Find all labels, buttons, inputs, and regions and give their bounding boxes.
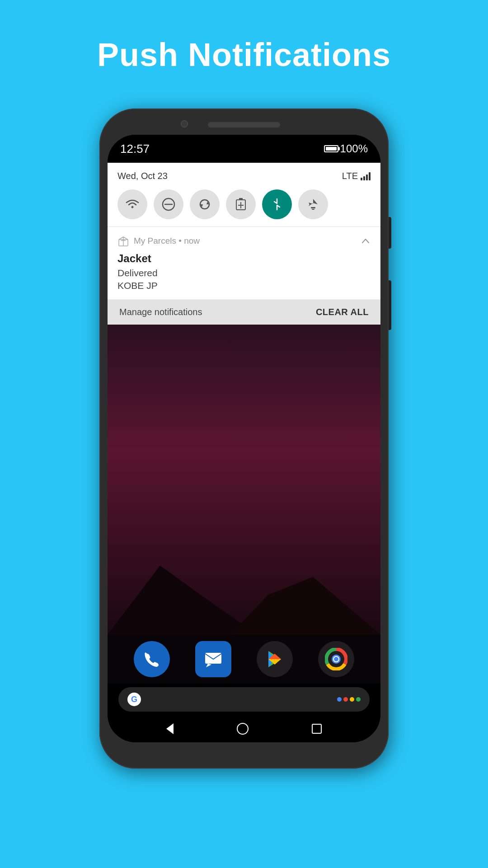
- notification-footer: Manage notifications CLEAR ALL: [108, 300, 380, 325]
- quick-settings-panel: Wed, Oct 23 LTE: [108, 163, 380, 226]
- clear-all-button[interactable]: CLEAR ALL: [316, 307, 369, 317]
- quick-settings-date: Wed, Oct 23: [117, 171, 168, 181]
- dnd-icon: [161, 197, 176, 212]
- messages-app-icon: [203, 649, 223, 669]
- status-bar: 12:57 100%: [108, 135, 380, 163]
- parcels-app-icon: [117, 235, 129, 247]
- data-toggle[interactable]: [262, 189, 292, 219]
- notification-expand-icon[interactable]: [361, 236, 371, 246]
- google-search-bar[interactable]: G: [118, 687, 370, 712]
- google-assistant-icon: [337, 697, 361, 702]
- volume-button[interactable]: [389, 217, 391, 249]
- wifi-toggle[interactable]: [117, 189, 147, 219]
- notification-location: KOBE JP: [117, 280, 371, 291]
- svg-rect-6: [311, 207, 315, 208]
- navbar-home-button[interactable]: [237, 723, 249, 735]
- dock-chrome-app[interactable]: [318, 641, 354, 677]
- mountain-right: [230, 562, 380, 635]
- notification-status: Delivered: [117, 268, 371, 278]
- status-time: 12:57: [120, 142, 150, 156]
- power-button[interactable]: [389, 280, 391, 330]
- dock-phone-app[interactable]: [134, 641, 170, 677]
- notification-card[interactable]: My Parcels • now Jacket Delivered KOBE J…: [108, 227, 380, 300]
- google-g-icon: G: [127, 693, 141, 706]
- front-camera: [181, 120, 188, 127]
- mountain-left: [108, 553, 258, 635]
- battery-saver-toggle[interactable]: [226, 189, 256, 219]
- sync-icon: [197, 197, 212, 212]
- chrome-icon: [325, 648, 347, 670]
- status-right: 100%: [324, 142, 368, 155]
- phone-navbar: [108, 715, 380, 742]
- battery-saver-icon: [235, 197, 247, 212]
- battery-icon: 100%: [324, 142, 368, 155]
- airplane-icon: [306, 197, 320, 212]
- wallpaper-area: [108, 325, 380, 635]
- page-title: Push Notifications: [0, 0, 488, 100]
- phone-screen: 12:57 100%: [108, 135, 380, 742]
- dnd-toggle[interactable]: [154, 189, 183, 219]
- navbar-recents-button[interactable]: [312, 724, 322, 734]
- data-icon: [271, 197, 283, 212]
- app-dock: [108, 635, 380, 684]
- notification-title: Jacket: [117, 252, 371, 265]
- dock-play-store-app[interactable]: [257, 641, 293, 677]
- phone-speaker: [208, 122, 280, 127]
- wifi-icon: [125, 198, 140, 210]
- phone-device: 12:57 100%: [99, 108, 389, 769]
- svg-rect-3: [239, 198, 243, 200]
- sync-toggle[interactable]: [190, 189, 220, 219]
- play-store-icon: [265, 649, 285, 669]
- svg-rect-11: [205, 653, 221, 664]
- svg-rect-7: [312, 209, 314, 210]
- quick-toggles: [117, 189, 371, 219]
- phone-app-icon: [143, 651, 160, 668]
- navbar-back-button[interactable]: [166, 723, 174, 734]
- dock-messages-app[interactable]: [195, 641, 231, 677]
- manage-notifications-link[interactable]: Manage notifications: [119, 307, 202, 317]
- lte-indicator: LTE: [342, 171, 371, 181]
- battery-percent: 100%: [340, 142, 368, 155]
- airplane-toggle[interactable]: [298, 189, 328, 219]
- notification-app-name: My Parcels • now: [134, 236, 356, 246]
- svg-marker-12: [206, 664, 211, 667]
- signal-bars-icon: [361, 172, 371, 180]
- notification-header: My Parcels • now: [117, 235, 371, 247]
- svg-point-20: [334, 657, 338, 661]
